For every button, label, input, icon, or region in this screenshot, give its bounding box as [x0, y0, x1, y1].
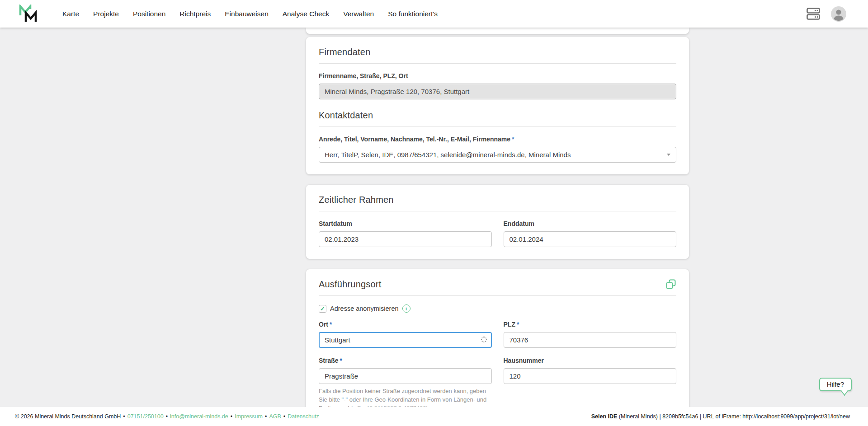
plz-field: PLZ* — [504, 321, 677, 348]
mineral-minds-logo[interactable] — [18, 5, 38, 23]
separator-dot: • — [123, 413, 125, 420]
info-icon[interactable]: i — [402, 304, 410, 313]
enddatum-label: Enddatum — [504, 220, 677, 227]
nav-item-projekte[interactable]: Projekte — [93, 10, 119, 18]
footer-link-phone[interactable]: 07151/250100 — [127, 413, 164, 420]
ort-label: Ort* — [319, 321, 492, 328]
kontaktdaten-title: Kontaktdaten — [319, 110, 676, 121]
anonymize-checkbox[interactable]: ✓ — [319, 305, 326, 313]
separator-dot: • — [283, 413, 285, 420]
divider — [319, 126, 676, 127]
server-environment-icon[interactable] — [807, 8, 820, 20]
footer-ide-name: Selen IDE — [591, 413, 618, 420]
plz-label: PLZ* — [504, 321, 677, 328]
enddatum-input[interactable] — [504, 231, 677, 247]
footer-environment-info: Selen IDE (Mineral Minds) | 8209b5fc54a6… — [591, 413, 850, 420]
separator-dot: • — [231, 413, 232, 420]
nav-item-einbauweisen[interactable]: Einbauweisen — [225, 10, 269, 18]
anonymize-row: ✓ Adresse anonymisieren i — [319, 304, 676, 313]
logo-mm-icon — [18, 5, 38, 23]
ort-field: Ort* — [319, 321, 492, 348]
anonymize-label: Adresse anonymisieren — [330, 305, 399, 312]
firmendaten-title: Firmendaten — [319, 47, 676, 57]
company-readonly-input — [319, 84, 676, 99]
strasse-field: Straße* Falls die Position keiner Straße… — [319, 357, 492, 413]
nav-item-so-funktionierts[interactable]: So funktioniert's — [388, 10, 438, 18]
ausfuehrungsort-card: Ausführungsort ✓ Adresse anonymisieren i… — [306, 269, 689, 425]
divider — [319, 63, 676, 64]
page-footer: © 2026 Mineral Minds Deutschland GmbH • … — [0, 407, 868, 426]
nav-item-analyse-check[interactable]: Analyse Check — [283, 10, 329, 18]
required-marker: * — [330, 321, 332, 328]
nav-item-karte[interactable]: Karte — [62, 10, 79, 18]
plz-input[interactable] — [504, 332, 677, 348]
contact-field-label: Anrede, Titel, Vorname, Nachname, Tel.-N… — [319, 136, 676, 143]
required-marker: * — [517, 321, 519, 328]
footer-link-email[interactable]: info@mineral-minds.de — [170, 413, 228, 420]
contact-select-value: Herr, TitelP, Selen, IDE, 0987/654321, s… — [325, 151, 571, 159]
loading-spinner-icon — [481, 337, 487, 342]
divider — [319, 295, 676, 296]
separator-dot: • — [265, 413, 267, 420]
strasse-label-text: Straße — [319, 357, 339, 364]
footer-link-datenschutz[interactable]: Datenschutz — [288, 413, 319, 420]
zeitraum-title: Zeitlicher Rahmen — [319, 195, 676, 205]
required-marker: * — [340, 357, 342, 364]
ausfuehrungsort-title: Ausführungsort — [319, 279, 381, 290]
footer-link-impressum[interactable]: Impressum — [235, 413, 263, 420]
top-navbar: Karte Projekte Positionen Richtpreis Ein… — [0, 0, 868, 28]
footer-env-details: (Mineral Minds) | 8209b5fc54a6 | URL of … — [617, 413, 850, 420]
hausnummer-field: Hausnummer — [504, 357, 677, 413]
hausnummer-input[interactable] — [504, 368, 677, 384]
main-nav: Karte Projekte Positionen Richtpreis Ein… — [62, 10, 438, 18]
enddatum-field: Enddatum — [504, 220, 677, 247]
footer-left: © 2026 Mineral Minds Deutschland GmbH • … — [15, 413, 319, 420]
contact-field-label-text: Anrede, Titel, Vorname, Nachname, Tel.-N… — [319, 136, 510, 143]
help-button[interactable]: Hilfe? — [819, 378, 852, 391]
contact-select[interactable]: Herr, TitelP, Selen, IDE, 0987/654321, s… — [319, 147, 676, 163]
user-avatar[interactable] — [831, 6, 846, 22]
required-marker: * — [512, 136, 514, 143]
footer-link-agb[interactable]: AGB — [269, 413, 281, 420]
ort-input[interactable] — [319, 332, 492, 348]
company-field-label: Firmenname, Straße, PLZ, Ort — [319, 72, 676, 80]
startdatum-label: Startdatum — [319, 220, 492, 227]
firmendaten-card: Firmendaten Firmenname, Straße, PLZ, Ort… — [306, 37, 689, 174]
startdatum-input[interactable] — [319, 231, 492, 247]
dropdown-caret-icon — [667, 154, 670, 156]
strasse-label: Straße* — [319, 357, 492, 364]
hausnummer-label: Hausnummer — [504, 357, 677, 364]
copy-icon[interactable] — [666, 279, 676, 290]
plz-label-text: PLZ — [504, 321, 515, 328]
divider — [319, 211, 676, 211]
zeitraum-card: Zeitlicher Rahmen Startdatum Enddatum — [306, 185, 689, 259]
form-column: Firmendaten Firmenname, Straße, PLZ, Ort… — [306, 28, 689, 426]
nav-item-verwalten[interactable]: Verwalten — [343, 10, 374, 18]
nav-item-richtpreis[interactable]: Richtpreis — [179, 10, 211, 18]
previous-card-partial — [306, 28, 689, 34]
nav-item-positionen[interactable]: Positionen — [133, 10, 165, 18]
strasse-input[interactable] — [319, 368, 492, 384]
copyright-text: © 2026 Mineral Minds Deutschland GmbH — [15, 413, 121, 420]
startdatum-field: Startdatum — [319, 220, 492, 247]
ort-label-text: Ort — [319, 321, 328, 328]
navbar-right — [807, 6, 846, 22]
separator-dot: • — [166, 413, 168, 420]
